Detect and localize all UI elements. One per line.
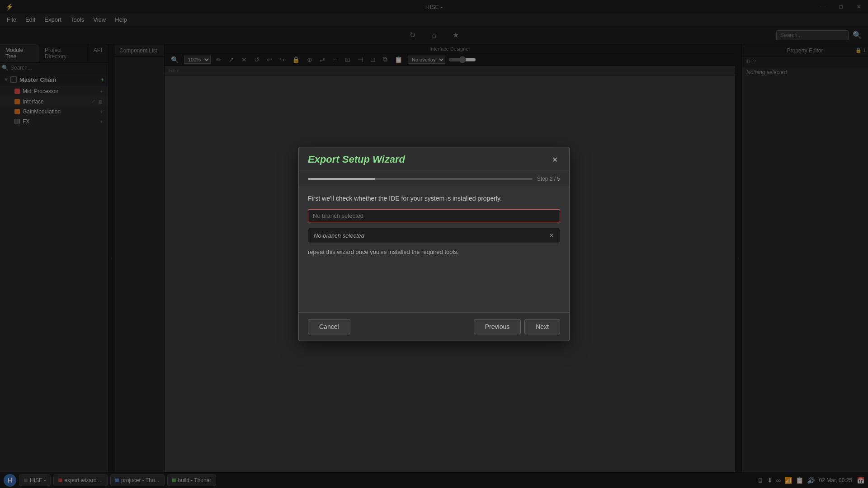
error-close-button[interactable]: ✕ (549, 232, 554, 239)
progress-track (308, 178, 533, 180)
export-setup-wizard-modal: Export Setup Wizard ✕ Step 2 / 5 First w… (298, 147, 570, 341)
modal-body: First we'll check whether the IDE for yo… (299, 186, 569, 312)
next-button[interactable]: Next (524, 319, 560, 334)
error-message: No branch selected (314, 232, 364, 239)
progress-fill (308, 178, 375, 180)
modal-close-button[interactable]: ✕ (549, 154, 560, 165)
branch-input[interactable] (308, 209, 560, 222)
modal-title: Export Setup Wizard (308, 154, 405, 165)
error-box: No branch selected ✕ (308, 228, 560, 243)
step-label: Step 2 / 5 (537, 176, 560, 182)
modal-progress-area: Step 2 / 5 (299, 170, 569, 186)
modal-overlay: Export Setup Wizard ✕ Step 2 / 5 First w… (0, 0, 868, 488)
navigation-buttons: Previous Next (474, 319, 560, 334)
modal-note: repeat this wizard once you've installed… (308, 249, 560, 255)
modal-title-bar: Export Setup Wizard ✕ (299, 147, 569, 170)
cancel-button[interactable]: Cancel (308, 319, 350, 334)
branch-input-row (308, 209, 560, 222)
previous-button[interactable]: Previous (474, 319, 521, 334)
modal-description: First we'll check whether the IDE for yo… (308, 195, 560, 202)
modal-footer: Cancel Previous Next (299, 312, 569, 341)
